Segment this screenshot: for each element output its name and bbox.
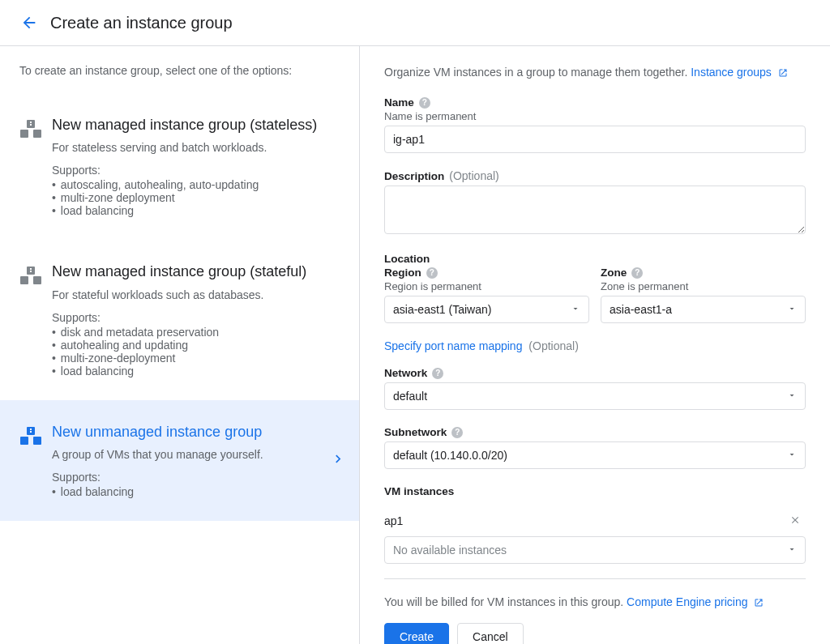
subnetwork-select[interactable]: default (10.140.0.0/20) <box>384 441 806 469</box>
option-title: New unmanaged instance group <box>52 423 341 441</box>
name-input[interactable] <box>384 126 806 153</box>
svg-rect-4 <box>33 130 41 138</box>
network-label: Network <box>384 367 427 379</box>
option-bullet: multi-zone deployment <box>52 191 341 204</box>
zone-sublabel: Zone is permanent <box>601 280 806 292</box>
region-value: asia-east1 (Taiwan) <box>393 303 491 316</box>
vm-instances-label: VM instances <box>384 485 806 497</box>
optional-text: (Optional) <box>528 339 578 352</box>
help-icon[interactable]: ? <box>419 97 430 109</box>
help-icon[interactable]: ? <box>432 368 443 379</box>
create-button[interactable]: Create <box>384 623 449 644</box>
option-desc: For stateless serving and batch workload… <box>52 141 341 154</box>
zone-column: Zone ? Zone is permanent asia-east1-a <box>601 267 806 323</box>
billing-text: You will be billed for VM instances in t… <box>384 595 623 608</box>
vm-select-placeholder: No available instances <box>393 544 507 557</box>
option-bullets: autoscaling, autohealing, auto-updating … <box>52 178 341 217</box>
svg-rect-1 <box>30 122 32 123</box>
instance-group-icon <box>19 116 52 141</box>
region-column: Region ? Region is permanent asia-east1 … <box>384 267 589 323</box>
field-vm-instances: VM instances ap1 No available instances <box>384 485 806 579</box>
location-label: Location <box>384 253 806 265</box>
zone-label: Zone <box>601 267 627 279</box>
instance-groups-link[interactable]: Instance groups <box>691 66 788 79</box>
option-bullet: autoscaling, autohealing, auto-updating <box>52 178 341 191</box>
billing-note: You will be billed for VM instances in t… <box>384 595 806 608</box>
option-bullet: load balancing <box>52 365 341 377</box>
option-managed-stateless[interactable]: New managed instance group (stateless) F… <box>0 93 359 240</box>
field-network: Network ? default <box>384 367 806 410</box>
optional-text: (Optional) <box>449 169 498 182</box>
svg-rect-13 <box>20 437 28 445</box>
vm-instance-name: ap1 <box>384 514 403 527</box>
help-icon[interactable]: ? <box>426 267 438 279</box>
help-icon[interactable]: ? <box>631 267 643 279</box>
zone-value: asia-east1-a <box>610 303 672 316</box>
arrow-left-icon <box>20 14 38 32</box>
link-text: Compute Engine pricing <box>627 595 747 608</box>
option-bullet: load balancing <box>52 485 341 498</box>
external-link-icon <box>778 66 788 79</box>
form-intro: Organize VM instances in a group to mana… <box>384 66 806 79</box>
svg-rect-14 <box>33 437 41 445</box>
region-sublabel: Region is permanent <box>384 280 589 292</box>
port-mapping-text: Specify port name mapping <box>384 339 522 352</box>
field-description: Description (Optional) <box>384 169 806 237</box>
close-icon <box>789 514 801 526</box>
svg-rect-6 <box>30 268 32 270</box>
name-sublabel: Name is permanent <box>384 110 806 122</box>
description-input[interactable] <box>384 186 806 234</box>
port-mapping-link[interactable]: Specify port name mapping <box>384 339 522 352</box>
help-icon[interactable]: ? <box>451 427 463 438</box>
subnetwork-value: default (10.140.0.0/20) <box>393 449 507 462</box>
network-select[interactable]: default <box>384 382 806 410</box>
field-location: Location Region ? Region is permanent as… <box>384 253 806 323</box>
remove-vm-button[interactable] <box>785 514 806 528</box>
vm-instance-select[interactable]: No available instances <box>384 536 806 564</box>
option-managed-stateful[interactable]: New managed instance group (stateful) Fo… <box>0 240 359 399</box>
zone-select[interactable]: asia-east1-a <box>601 296 806 323</box>
option-unmanaged[interactable]: New unmanaged instance group A group of … <box>0 400 359 521</box>
svg-rect-8 <box>20 276 28 284</box>
svg-rect-7 <box>30 271 32 272</box>
main-content: To create an instance group, select one … <box>0 46 830 644</box>
field-name: Name ? Name is permanent <box>384 96 806 153</box>
options-sidebar: To create an instance group, select one … <box>0 46 360 644</box>
page-header: Create an instance group <box>0 0 830 46</box>
option-bullet: disk and metadata preservation <box>52 326 341 339</box>
option-supports-label: Supports: <box>52 164 341 177</box>
option-title: New managed instance group (stateful) <box>52 262 341 281</box>
region-label: Region <box>384 267 421 279</box>
option-bullet: autohealing and updating <box>52 339 341 352</box>
option-bullet: multi-zone-deployment <box>52 352 341 365</box>
cancel-button[interactable]: Cancel <box>457 623 524 644</box>
pricing-link[interactable]: Compute Engine pricing <box>627 595 764 608</box>
caret-down-icon <box>787 303 797 316</box>
svg-rect-3 <box>20 130 28 138</box>
svg-rect-11 <box>30 429 32 430</box>
region-select[interactable]: asia-east1 (Taiwan) <box>384 296 589 323</box>
page-title: Create an instance group <box>50 14 233 32</box>
option-bullet: load balancing <box>52 204 341 217</box>
svg-rect-12 <box>30 431 32 433</box>
field-subnetwork: Subnetwork ? default (10.140.0.0/20) <box>384 426 806 469</box>
chevron-right-icon <box>330 451 346 470</box>
link-text: Instance groups <box>691 66 772 79</box>
back-button[interactable] <box>16 10 42 36</box>
description-label: Description <box>384 170 444 182</box>
form-panel: Organize VM instances in a group to mana… <box>360 46 830 644</box>
option-bullets: load balancing <box>52 485 341 498</box>
vm-instance-row: ap1 <box>384 509 806 536</box>
port-mapping-row: Specify port name mapping (Optional) <box>384 339 806 352</box>
option-supports-label: Supports: <box>52 311 341 324</box>
option-supports-label: Supports: <box>52 471 341 484</box>
form-actions: Create Cancel <box>384 623 806 644</box>
caret-down-icon <box>787 544 797 557</box>
caret-down-icon <box>787 390 797 403</box>
svg-rect-2 <box>30 124 32 126</box>
option-bullets: disk and metadata preservation autoheali… <box>52 326 341 377</box>
name-label: Name <box>384 96 414 109</box>
subnetwork-label: Subnetwork <box>384 426 447 438</box>
external-link-icon <box>754 595 764 608</box>
option-title: New managed instance group (stateless) <box>52 116 341 134</box>
